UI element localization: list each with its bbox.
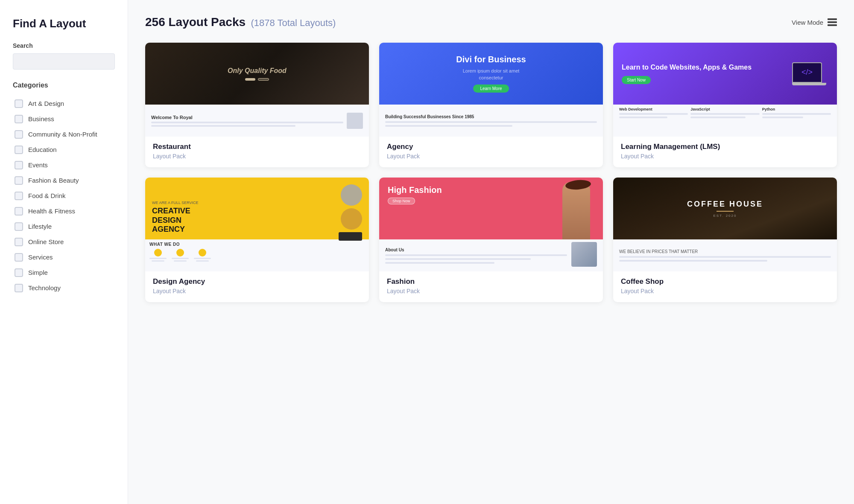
restaurant-card-type: Layout Pack [153,153,361,160]
agency-cta-btn[interactable]: Learn More [473,84,509,93]
category-checkbox-food-drink [15,192,23,200]
coffee-shop-card-name: Coffee Shop [621,277,829,286]
design-agency-card-name: Design Agency [153,277,361,286]
lms-card-info: Learning Management (LMS) Layout Pack [613,137,837,167]
card-design-agency-image: WE ARE A FULL SERVICE CREATIVEDESIGNAGEN… [145,178,369,271]
agency-top: Divi for Business Lorem ipsum dolor sit … [379,43,603,105]
category-checkbox-technology [15,284,23,292]
card-agency[interactable]: Divi for Business Lorem ipsum dolor sit … [379,43,603,167]
coffee-shop-card-info: Coffee Shop Layout Pack [613,271,837,302]
search-input[interactable] [13,53,115,70]
sidebar-item-food-drink[interactable]: Food & Drink [13,188,115,204]
category-checkbox-business [15,115,23,123]
category-label-health-fitness: Health & Fitness [28,207,75,216]
agency-hero-text: Divi for Business [456,55,526,64]
category-label-simple: Simple [28,268,48,277]
agency-card-name: Agency [387,143,595,151]
sidebar-item-simple[interactable]: Simple [13,265,115,280]
lms-top: Learn to Code Websites, Apps & Games Sta… [613,43,837,105]
card-fashion-image: High Fashion Shop Now About Us [379,178,603,271]
sidebar-item-community-nonprofit[interactable]: Community & Non-Profit [13,127,115,142]
agency-card-type: Layout Pack [387,153,595,160]
fashion-card-info: Fashion Layout Pack [379,271,603,302]
fashion-card-type: Layout Pack [387,288,595,294]
lms-laptop-graphic: </> [790,59,828,89]
category-checkbox-services [15,253,23,262]
lms-card-type: Layout Pack [621,153,829,160]
card-coffee-image: COFFEE HOUSE EST. 2020 WE BELIEVE IN PRI… [613,178,837,271]
restaurant-card-info: Restaurant Layout Pack [145,137,369,167]
category-label-food-drink: Food & Drink [28,192,66,200]
restaurant-card-name: Restaurant [153,143,361,151]
category-label-services: Services [28,253,53,262]
lms-cta-btn[interactable]: Start Now [622,76,651,84]
category-label-events: Events [28,161,48,169]
main-title-area: 256 Layout Packs (1878 Total Layouts) [145,15,336,29]
category-checkbox-education [15,146,23,154]
main-title: 256 Layout Packs [145,15,246,29]
coffee-shop-card-type: Layout Pack [621,288,829,294]
card-restaurant[interactable]: Only Quality Food [145,43,369,167]
fashion-card-name: Fashion [387,277,595,286]
category-label-online-store: Online Store [28,238,64,246]
category-label-lifestyle: Lifestyle [28,222,52,231]
category-checkbox-art-design [15,99,23,108]
main-header: 256 Layout Packs (1878 Total Layouts) Vi… [145,15,837,29]
sidebar-item-events[interactable]: Events [13,157,115,173]
card-fashion[interactable]: High Fashion Shop Now About Us [379,178,603,302]
coffee-top: COFFEE HOUSE EST. 2020 [613,178,837,239]
design-top: WE ARE A FULL SERVICE CREATIVEDESIGNAGEN… [145,178,369,239]
categories-list: Art & Design Business Community & Non-Pr… [13,96,115,296]
agency-subtitle: Lorem ipsum dolor sit amet consectetur [453,68,529,81]
coffee-bottom: WE BELIEVE IN PRICES THAT MATTER [613,239,837,271]
lms-left: Learn to Code Websites, Apps & Games Sta… [622,63,752,84]
card-lms-image: Learn to Code Websites, Apps & Games Sta… [613,43,837,137]
category-checkbox-lifestyle [15,222,23,231]
agency-bottom: Building Successful Businesses Since 198… [379,105,603,137]
category-checkbox-fashion-beauty [15,176,23,185]
category-label-art-design: Art & Design [28,99,64,108]
category-checkbox-events [15,161,23,169]
sidebar-item-education[interactable]: Education [13,142,115,157]
card-lms[interactable]: Learn to Code Websites, Apps & Games Sta… [613,43,837,167]
lms-hero-text: Learn to Code Websites, Apps & Games [622,63,752,72]
lms-card-name: Learning Management (LMS) [621,143,829,151]
category-label-community-nonprofit: Community & Non-Profit [28,130,97,139]
sidebar-item-online-store[interactable]: Online Store [13,234,115,250]
sidebar-title: Find A Layout [13,17,115,30]
card-agency-image: Divi for Business Lorem ipsum dolor sit … [379,43,603,137]
fashion-top: High Fashion Shop Now [379,178,603,239]
fashion-bottom-text: About Us [385,242,567,269]
sidebar-item-lifestyle[interactable]: Lifestyle [13,219,115,234]
design-agency-card-info: Design Agency Layout Pack [145,271,369,302]
view-mode-icon[interactable] [828,18,837,26]
design-agency-card-type: Layout Pack [153,288,361,294]
category-checkbox-health-fitness [15,207,23,216]
view-mode-control[interactable]: View Mode [792,18,837,26]
layout-grid: Only Quality Food [145,43,837,302]
category-label-fashion-beauty: Fashion & Beauty [28,176,79,185]
card-design-agency[interactable]: WE ARE A FULL SERVICE CREATIVEDESIGNAGEN… [145,178,369,302]
design-left: WE ARE A FULL SERVICE CREATIVEDESIGNAGEN… [152,201,362,234]
sidebar-item-technology[interactable]: Technology [13,280,115,296]
sidebar-item-health-fitness[interactable]: Health & Fitness [13,204,115,219]
fashion-hero-text: High Fashion [388,185,442,195]
restaurant-preview-bottom: Welcome To Royal [145,105,369,137]
coffee-hero-text: COFFEE HOUSE [687,200,763,209]
sidebar-item-art-design[interactable]: Art & Design [13,96,115,111]
code-icon: </> [801,68,813,77]
design-tag-text: WE ARE A FULL SERVICE [152,201,362,205]
sidebar-item-business[interactable]: Business [13,111,115,127]
category-label-business: Business [28,115,54,123]
search-label: Search [13,42,115,49]
sidebar: Find A Layout Search Categories Art & De… [0,0,128,504]
category-checkbox-community-nonprofit [15,130,23,139]
category-checkbox-simple [15,268,23,277]
restaurant-overlay: Only Quality Food [145,43,369,105]
card-coffee-shop[interactable]: COFFEE HOUSE EST. 2020 WE BELIEVE IN PRI… [613,178,837,302]
sidebar-item-services[interactable]: Services [13,250,115,265]
design-bottom: WHAT WE DO [145,239,369,271]
design-hero-text: CREATIVEDESIGNAGENCY [152,207,362,234]
agency-card-info: Agency Layout Pack [379,137,603,167]
sidebar-item-fashion-beauty[interactable]: Fashion & Beauty [13,173,115,188]
